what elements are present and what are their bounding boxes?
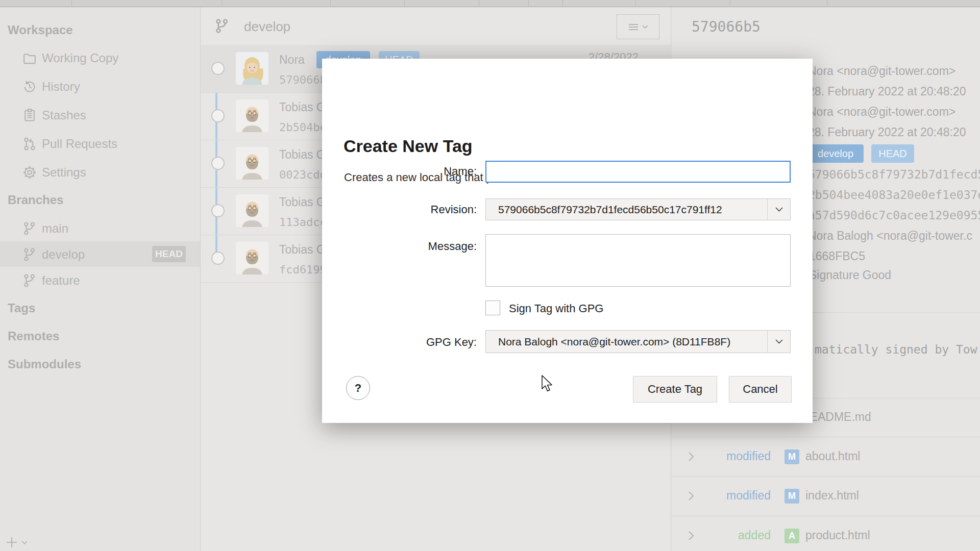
avatar — [236, 242, 268, 274]
clipboard-icon — [22, 108, 37, 124]
modified-badge: M — [785, 489, 799, 504]
sidebar-section-tags[interactable]: Tags — [8, 301, 35, 315]
branch-badge: develop — [807, 144, 864, 163]
history-icon — [22, 80, 37, 96]
sidebar: Workspace Working Copy History — [0, 7, 201, 551]
chevron-right-icon[interactable] — [687, 450, 696, 465]
message-textarea[interactable] — [485, 234, 791, 287]
modified-badge: M — [785, 449, 799, 464]
tab-separator — [730, 0, 730, 7]
sidebar-item-branch-develop[interactable]: develop HEAD — [0, 241, 200, 267]
commit-graph-node — [211, 109, 225, 122]
hamburger-icon — [628, 23, 639, 31]
sidebar-section-submodules[interactable]: Submodules — [8, 357, 81, 371]
file-row[interactable]: modified M about.html — [671, 437, 980, 476]
tab-separator — [479, 0, 479, 7]
file-status: modified — [709, 449, 771, 463]
file-row[interactable]: added A product.html — [671, 516, 980, 551]
detail-key-id: 1668FBC5 — [809, 249, 980, 263]
commit-hash: 579066b — [279, 73, 327, 86]
branch-icon — [214, 18, 230, 36]
revision-value: 579066b5c8f79732b7d1fecd56b50c17c791ff12 — [486, 204, 767, 216]
chevron-right-icon[interactable] — [687, 529, 696, 544]
commit-author: Nora — [279, 53, 305, 67]
tab-separator — [528, 0, 529, 7]
detail-signature-status: Signature Good — [809, 268, 980, 282]
file-name: product.html — [805, 529, 870, 542]
sidebar-item-branch-main[interactable]: main — [0, 216, 200, 241]
detail-commit-date: 28. February 2022 at 20:48:20 — [808, 126, 980, 139]
detail-signer: Nora Balogh <nora@git-tower.c — [808, 229, 980, 243]
sidebar-item-stashes[interactable]: Stashes — [0, 103, 200, 128]
commit-author: Tobias G — [279, 243, 326, 257]
detail-commit-hash: 579066b5c8f79732b7d1fecd56b — [808, 168, 980, 181]
name-label: Name: — [375, 165, 477, 178]
sidebar-item-settings[interactable]: Settings — [0, 160, 200, 185]
chevron-right-icon[interactable] — [687, 489, 696, 505]
sidebar-item-branch-feature[interactable]: feature — [0, 268, 200, 293]
commit-graph-node — [211, 204, 225, 217]
sidebar-item-label: feature — [42, 273, 80, 288]
sidebar-item-pull-requests[interactable]: Pull Requests — [0, 131, 200, 157]
avatar — [236, 147, 268, 180]
sidebar-section-remotes[interactable]: Remotes — [8, 329, 59, 343]
sign-tag-checkbox-label: Sign Tag with GPG — [509, 302, 603, 315]
sidebar-item-history[interactable]: History — [0, 74, 200, 99]
sign-tag-checkbox[interactable] — [485, 300, 500, 315]
commit-hash: 113adcc — [279, 216, 327, 229]
commit-list-menu-button[interactable] — [617, 14, 659, 39]
avatar — [236, 194, 268, 227]
sidebar-item-working-copy[interactable]: Working Copy — [0, 45, 200, 71]
tab-separator — [71, 0, 72, 7]
file-name: README.md — [801, 410, 980, 424]
revision-label: Revision: — [375, 203, 477, 216]
detail-parent-hash: 2b504bee4083a20e0ef1e037ee — [808, 188, 980, 202]
folder-icon — [22, 51, 37, 67]
commit-hash: fcd6199 — [279, 263, 327, 276]
app-window: Workspace Working Copy History — [0, 0, 980, 551]
gear-icon — [22, 165, 37, 182]
revision-dropdown[interactable]: 579066b5c8f79732b7d1fecd56b50c17c791ff12 — [485, 198, 791, 220]
detail-tree-hash: a57d590d6c7c0acee129e09555 — [808, 209, 980, 222]
sidebar-section-branches[interactable]: Branches — [8, 193, 63, 207]
create-tag-button[interactable]: Create Tag — [633, 376, 717, 403]
avatar — [236, 99, 268, 132]
branch-icon — [22, 273, 37, 290]
tab-separator — [330, 0, 331, 7]
sidebar-item-label: Settings — [42, 165, 86, 180]
dialog-title: Create New Tag — [344, 136, 473, 156]
gpg-key-label: GPG Key: — [375, 336, 477, 349]
branch-icon — [22, 247, 37, 264]
sidebar-item-label: Stashes — [42, 108, 86, 122]
add-repository-button[interactable] — [5, 536, 31, 551]
commit-hash: 2b504be — [279, 121, 327, 134]
sidebar-item-label: History — [42, 80, 80, 94]
signature-message: matically signed by Tow — [815, 343, 980, 356]
create-new-tag-dialog: Create New Tag Creates a new local tag t… — [322, 59, 813, 423]
file-status: modified — [709, 489, 771, 503]
tab-separator — [404, 0, 405, 7]
detail-author-date: 28. February 2022 at 20:48:20 — [808, 85, 980, 98]
sidebar-item-label: main — [42, 221, 68, 236]
commit-graph-node — [211, 157, 225, 170]
file-status: added — [709, 529, 771, 542]
cancel-button[interactable]: Cancel — [729, 376, 792, 403]
commit-author: Tobias G — [279, 148, 326, 162]
help-button[interactable]: ? — [346, 376, 370, 400]
sidebar-section-workspace[interactable]: Workspace — [8, 23, 73, 37]
file-row[interactable]: modified M index.html — [671, 477, 980, 516]
file-name: about.html — [805, 449, 860, 463]
detail-commit-title: 579066b5 — [692, 18, 761, 35]
commit-hash: 0023cdd — [279, 168, 327, 181]
gpg-key-dropdown[interactable]: Nora Balogh <nora@git-tower.com> (8D11FB… — [485, 330, 791, 353]
file-name: index.html — [805, 489, 859, 503]
detail-author: Nora <nora@git-tower.com> — [808, 64, 980, 78]
detail-committer: Nora <nora@git-tower.com> — [808, 105, 980, 119]
commit-author: Tobias G — [279, 195, 326, 209]
plus-icon — [7, 537, 17, 547]
head-badge: HEAD — [152, 246, 186, 262]
branch-icon — [22, 221, 37, 238]
name-input[interactable] — [485, 161, 791, 183]
head-badge: HEAD — [871, 144, 914, 163]
chevron-down-icon — [767, 199, 790, 220]
